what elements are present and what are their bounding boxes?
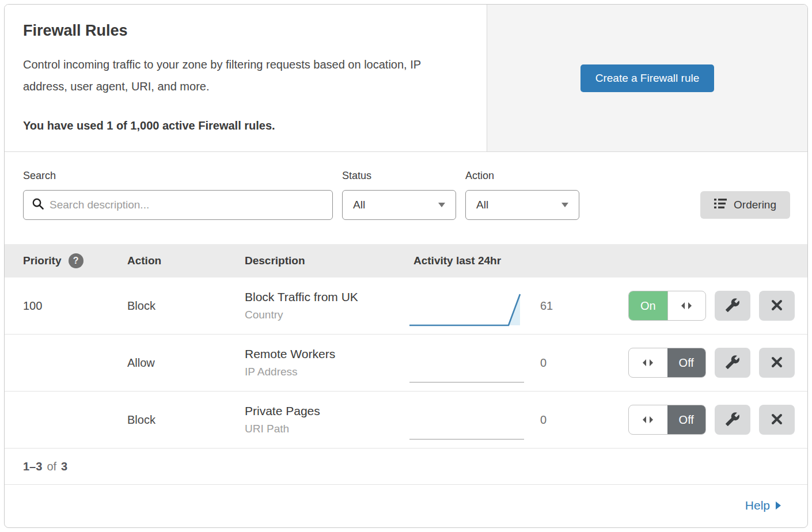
search-group: Search — [23, 170, 333, 220]
help-link-label: Help — [745, 499, 770, 512]
action-selected-value: All — [476, 199, 488, 211]
status-label: Status — [342, 170, 456, 182]
status-select[interactable]: All — [342, 190, 456, 220]
pagination-of: of — [47, 460, 56, 473]
wrench-icon — [725, 298, 740, 314]
header-action-section: Create a Firewall rule — [487, 5, 807, 151]
table-row: Allow Remote Workers IP Address 0 Off — [5, 335, 807, 392]
edit-rule-button[interactable] — [715, 348, 750, 378]
search-input[interactable] — [50, 199, 324, 211]
row-controls: Off — [580, 348, 795, 378]
activity-sparkline — [408, 289, 529, 333]
action-value: Allow — [127, 356, 245, 370]
pagination-range: 1–3 — [23, 460, 42, 473]
delete-rule-button[interactable] — [759, 348, 795, 378]
chevron-down-icon — [438, 203, 445, 207]
ordering-button-label: Ordering — [734, 199, 776, 211]
wrench-icon — [725, 412, 740, 428]
firewall-rules-panel: Firewall Rules Control incoming traffic … — [4, 4, 808, 528]
action-value: Block — [127, 413, 245, 427]
action-value: Block — [127, 299, 245, 313]
toggle-state-label: Off — [667, 348, 706, 377]
activity-sparkline — [408, 346, 529, 390]
action-select[interactable]: All — [465, 190, 579, 220]
arrow-right-icon — [776, 501, 781, 510]
status-group: Status All — [342, 170, 456, 220]
page-title: Firewall Rules — [23, 22, 464, 40]
table-row: Block Private Pages URI Path 0 Off — [5, 392, 807, 449]
rule-enabled-toggle[interactable]: Off — [628, 405, 706, 435]
create-firewall-rule-button[interactable]: Create a Firewall rule — [580, 64, 715, 92]
rule-type: URI Path — [245, 423, 408, 435]
wrench-icon — [725, 355, 740, 371]
page-description: Control incoming traffic to your zone by… — [23, 54, 464, 97]
action-label: Action — [465, 170, 579, 182]
rule-description: Private Pages — [245, 404, 408, 418]
activity-count: 61 — [529, 299, 580, 313]
priority-value: 100 — [23, 299, 127, 313]
ordering-button[interactable]: Ordering — [700, 191, 790, 219]
question-icon[interactable]: ? — [69, 253, 84, 268]
toggle-state-label: On — [629, 291, 667, 320]
left-right-arrows-icon — [629, 348, 667, 377]
status-selected-value: All — [353, 199, 365, 211]
rule-enabled-toggle[interactable]: Off — [628, 348, 706, 378]
left-right-arrows-icon — [667, 291, 706, 320]
delete-rule-button[interactable] — [759, 291, 795, 321]
search-box[interactable] — [23, 190, 333, 220]
row-controls: On — [580, 291, 795, 321]
description-cell: Private Pages URI Path — [245, 404, 408, 435]
list-icon — [714, 198, 727, 212]
pagination-status: 1–3 of 3 — [5, 449, 807, 485]
toggle-state-label: Off — [667, 405, 706, 434]
edit-rule-button[interactable] — [715, 291, 750, 321]
activity-count: 0 — [529, 356, 580, 370]
rule-description: Remote Workers — [245, 347, 408, 361]
table-row: 100 Block Block Traffic from UK Country … — [5, 278, 807, 335]
x-icon — [771, 356, 783, 370]
column-header-activity: Activity last 24hr — [408, 254, 529, 267]
x-icon — [771, 413, 783, 427]
chevron-down-icon — [561, 203, 568, 207]
delete-rule-button[interactable] — [759, 405, 795, 435]
help-link[interactable]: Help — [745, 499, 781, 512]
description-cell: Remote Workers IP Address — [245, 347, 408, 378]
rule-type: IP Address — [245, 366, 408, 378]
column-header-description: Description — [245, 254, 408, 267]
description-cell: Block Traffic from UK Country — [245, 290, 408, 321]
search-label: Search — [23, 170, 333, 182]
left-right-arrows-icon — [629, 405, 667, 434]
rule-type: Country — [245, 309, 408, 321]
search-icon — [32, 197, 44, 212]
action-group: Action All — [465, 170, 579, 220]
header-text-section: Firewall Rules Control incoming traffic … — [5, 5, 487, 151]
rule-description: Block Traffic from UK — [245, 290, 408, 304]
help-bar: Help — [5, 485, 807, 526]
edit-rule-button[interactable] — [715, 405, 750, 435]
panel-header: Firewall Rules Control incoming traffic … — [5, 5, 807, 152]
column-header-action: Action — [127, 254, 245, 267]
usage-note: You have used 1 of 1,000 active Firewall… — [23, 119, 464, 132]
row-controls: Off — [580, 405, 795, 435]
table-header: Priority ? Action Description Activity l… — [5, 244, 807, 278]
pagination-total: 3 — [61, 460, 67, 473]
x-icon — [771, 299, 783, 313]
column-header-priority: Priority ? — [23, 253, 127, 268]
activity-sparkline — [408, 403, 529, 447]
activity-count: 0 — [529, 413, 580, 427]
rule-enabled-toggle[interactable]: On — [628, 291, 706, 321]
filter-bar: Search Status All Action All — [5, 152, 807, 244]
